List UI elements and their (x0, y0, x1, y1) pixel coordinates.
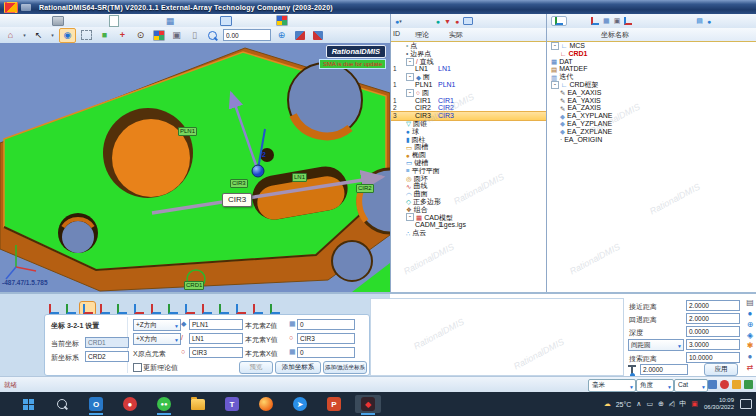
screen-icon[interactable] (463, 17, 473, 25)
feature-row[interactable]: ▽圆锥 (391, 120, 547, 128)
blocks-button[interactable] (310, 29, 325, 42)
feature-row[interactable]: ◎圆环 (391, 175, 547, 183)
csys-add-icon[interactable] (591, 17, 599, 25)
coordinate-row[interactable]: ✎EA_ZAXIS (547, 104, 756, 112)
tab-table[interactable]: ▦ (160, 15, 180, 26)
filter-icon[interactable]: ▼ (444, 18, 451, 25)
csys-small-icon[interactable] (624, 17, 632, 25)
status-chip-red-icon[interactable] (720, 380, 729, 389)
marquee-select-button[interactable] (79, 29, 94, 42)
update-theory-checkbox[interactable] (133, 363, 142, 372)
feature-row[interactable]: ◇正多边形 (391, 198, 547, 206)
expander-icon[interactable]: - (406, 89, 414, 97)
param-field[interactable]: 0.0000 (686, 326, 740, 337)
solid-model-button[interactable]: ■ (97, 29, 112, 42)
hide-icon[interactable]: ● (455, 18, 459, 25)
coordinate-row[interactable]: ◆EA_XYPLANE (547, 112, 756, 120)
value-field[interactable]: 0 (297, 347, 355, 358)
feature-row[interactable]: 1PLN1PLN1 (391, 81, 547, 89)
unit-length-select[interactable]: 毫米▼ (588, 379, 636, 392)
coordinate-row[interactable]: ✎EA_YAXIS (547, 97, 756, 105)
printer-icon[interactable]: ▤ (746, 298, 754, 309)
new-coord-field[interactable]: CRD2 (85, 351, 129, 362)
feature-row[interactable]: 1LN1LN1 (391, 65, 547, 73)
teams-app[interactable]: T (219, 395, 245, 413)
spacing-select[interactable]: 间距圆▼ (628, 339, 684, 351)
coordinate-row[interactable]: ✎EA_XAXIS (547, 89, 756, 97)
feature-row[interactable]: ∴点云 (391, 229, 547, 237)
printer-blue-icon[interactable]: ▤ (696, 17, 703, 25)
feature-row[interactable]: ▭键槽 (391, 159, 547, 167)
ime-indicator[interactable]: 中 (679, 399, 686, 409)
feature-row[interactable]: 1CIR1CIR1 (391, 97, 547, 105)
notification-icon[interactable] (740, 399, 752, 409)
weather-icon[interactable]: ☁ (604, 400, 611, 408)
coord-mode-select[interactable]: Cat▼ (674, 379, 708, 392)
apply-button[interactable]: 应用 (704, 363, 738, 376)
label-pln1[interactable]: PLN1 (178, 127, 197, 136)
probe-ball-icon[interactable]: ●▾ (395, 18, 402, 25)
coordinate-row[interactable]: ◆EA_ZXPLANE (547, 128, 756, 136)
param-field[interactable]: 3.0000 (686, 339, 740, 350)
feature-row[interactable]: ▭圆槽 (391, 143, 547, 151)
label-ln1[interactable]: LN1 (292, 173, 307, 182)
snapshot-button[interactable]: ▣ (169, 29, 184, 42)
coordinate-row[interactable]: ·EA_ORIGIN (547, 136, 756, 144)
coordinate-row[interactable]: ▥迭代 (547, 73, 756, 81)
add-activate-csys-button[interactable]: 添加/激活坐标系 (323, 361, 367, 374)
taskbar-clock[interactable]: 10:09 06/30/2022 (704, 397, 734, 411)
feature-row[interactable]: ●球 (391, 128, 547, 136)
status-chip-blue-icon[interactable] (708, 380, 717, 389)
value-field[interactable]: 0 (297, 319, 355, 330)
feature-row[interactable]: ◠曲面 (391, 190, 547, 198)
feature-row[interactable]: •边界点 (391, 50, 547, 58)
outlook-app[interactable]: O (83, 395, 109, 413)
param-field[interactable]: 2.0000 (686, 313, 740, 324)
zoom-button[interactable] (205, 29, 220, 42)
feature-row[interactable]: ▮圆柱 (391, 136, 547, 144)
tab-display[interactable] (216, 15, 236, 26)
feature-row[interactable]: -/直线 (391, 58, 547, 66)
explorer-app[interactable] (185, 395, 211, 413)
axes-button[interactable]: + (115, 29, 130, 42)
expander-icon[interactable]: - (406, 213, 414, 221)
zoom-input[interactable] (223, 29, 271, 41)
camera-icon[interactable]: ▣ (614, 17, 621, 25)
param-field[interactable]: 10.0000 (686, 352, 740, 363)
security-app[interactable]: ● (117, 395, 143, 413)
feature-row[interactable]: ●椭圆 (391, 151, 547, 159)
feature-row[interactable]: -○圆 (391, 89, 547, 97)
feature-row[interactable]: -◆面 (391, 73, 547, 81)
expander-icon[interactable]: - (406, 58, 414, 66)
delete-button[interactable]: ▯ (187, 29, 202, 42)
feature-row[interactable]: ❖组合 (391, 206, 547, 214)
3d-viewport[interactable]: RationalDMIS SMA is due for update PLN1 … (0, 43, 391, 292)
expander-icon[interactable]: - (551, 42, 559, 50)
home-view-button[interactable]: ⌂ (3, 29, 18, 42)
coordinate-row[interactable]: ▤MATDEF (547, 65, 756, 73)
feature-field[interactable]: LN1 (189, 333, 243, 344)
coordinate-row[interactable]: -∟CRD框架 (547, 81, 756, 89)
tray-app-icon[interactable]: ▣ (691, 400, 698, 408)
label-cir3[interactable]: CIR3 (230, 179, 248, 188)
pointer-button[interactable]: ↖ (31, 29, 46, 42)
preview-button[interactable]: 预览 (239, 361, 273, 374)
param-field[interactable]: 2.0000 (686, 300, 740, 311)
feature-row[interactable]: -▦CAD模型 (391, 214, 547, 222)
locate-button[interactable]: ⊕ (274, 29, 289, 42)
feature-row[interactable]: ∿曲线 (391, 182, 547, 190)
unit-angle-select[interactable]: 角度▼ (636, 379, 674, 392)
firefox-app[interactable] (253, 395, 279, 413)
coordinate-row[interactable]: -∟MCS (547, 42, 756, 50)
direction-select[interactable]: +Z方向▼ (133, 319, 181, 331)
paint-button[interactable] (292, 29, 307, 42)
probe-diameter-field[interactable]: 2.0000 (640, 364, 688, 375)
probe-touch-icon[interactable]: ● (748, 352, 753, 363)
start-button[interactable] (15, 395, 41, 413)
feature-row[interactable]: •点 (391, 42, 547, 50)
feature-row[interactable]: 3CIR3CIR3 (391, 112, 547, 120)
volume-muted-icon[interactable]: ◁̸ (669, 400, 674, 408)
palette-button[interactable] (151, 29, 166, 42)
feature-field[interactable]: CIR3 (189, 347, 243, 358)
feature-row[interactable]: ≡平行平面 (391, 167, 547, 175)
